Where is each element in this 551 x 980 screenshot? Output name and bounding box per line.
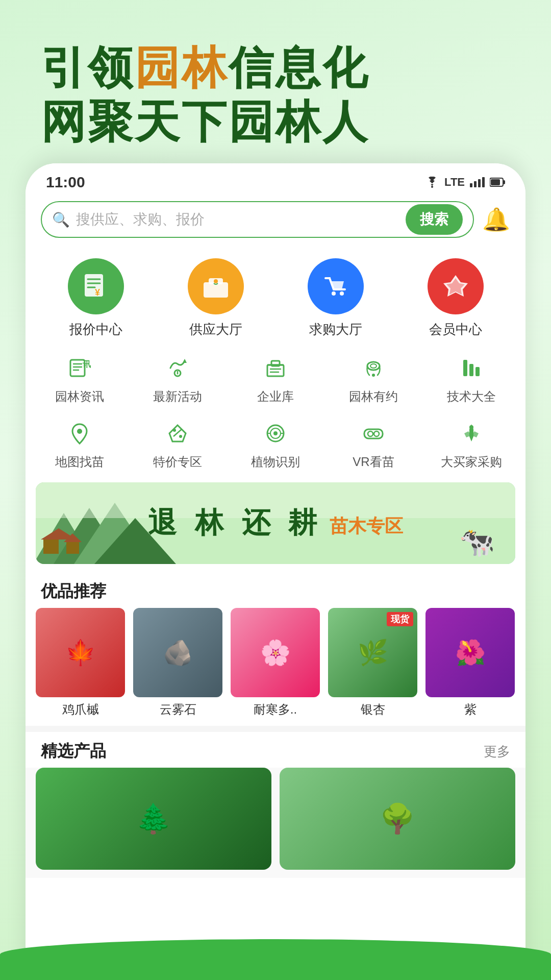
svg-point-36 [77, 429, 82, 434]
product-yinxing[interactable]: 🌿 现货 银杏 [328, 608, 417, 718]
gonying-label: 供应大厅 [189, 321, 242, 338]
qiyeku-icon [259, 352, 292, 384]
product-img-zi: 🌺 [425, 608, 515, 697]
ditu-label: 地图找苗 [55, 454, 104, 470]
tejia-icon [161, 417, 194, 450]
banner-cow-icon: 🐄 [459, 525, 495, 559]
subnav-damaijia[interactable]: 大买家采购 [425, 417, 517, 470]
svg-point-47 [374, 431, 379, 436]
subnav-jishu[interactable]: 技术大全 [425, 352, 517, 405]
svg-rect-33 [463, 360, 467, 376]
product-zi[interactable]: 🌺 紫 [425, 608, 515, 718]
subnav-huodong[interactable]: 最新活动 [132, 352, 223, 405]
qougou-icon [308, 258, 364, 314]
status-bar: 11:00 LTE [26, 163, 525, 196]
product-jizhua[interactable]: 🍁 鸡爪槭 [36, 608, 125, 718]
selected-header: 精选产品 更多 [26, 732, 525, 768]
bottom-wave [0, 939, 551, 980]
svg-point-39 [179, 435, 182, 438]
selected-product-2[interactable]: 🌳 [280, 768, 515, 870]
selected-product-1[interactable]: 🌲 [36, 768, 271, 870]
tejia-label: 特价专区 [153, 454, 202, 470]
svg-point-30 [367, 362, 380, 370]
product-img-yinxing: 🌿 现货 [328, 608, 417, 697]
selected-title: 精选产品 [41, 740, 106, 763]
subnav-zixun[interactable]: 讯 园林资讯 [34, 352, 126, 405]
svg-point-46 [368, 431, 373, 436]
nav-baojia[interactable]: ¥ 报价中心 [45, 258, 147, 338]
search-placeholder-text: 搜供应、求购、报价 [76, 210, 399, 229]
nav-gonying[interactable]: 供应大厅 [165, 258, 267, 338]
svg-rect-4 [85, 274, 103, 297]
lte-icon: LTE [444, 176, 465, 189]
gonying-icon [188, 258, 244, 314]
svg-point-37 [173, 429, 176, 432]
damaijia-label: 大买家采购 [441, 454, 502, 470]
hero-line2: 网聚天下园林人 [41, 95, 510, 149]
search-box: 🔍 搜供应、求购、报价 搜索 [41, 201, 474, 238]
svg-point-13 [340, 291, 344, 296]
nav-qougou[interactable]: 求购大厅 [285, 258, 387, 338]
product-label-zi: 紫 [464, 701, 477, 718]
status-icons: LTE [425, 176, 505, 189]
recommended-header: 优品推荐 [26, 572, 525, 608]
banner-main-text: 退 林 还 耕 [148, 506, 322, 538]
vr-label: VR看苗 [353, 454, 394, 470]
youyue-icon [357, 352, 390, 384]
product-img-jizhua: 🍁 [36, 608, 125, 697]
svg-point-24 [177, 373, 179, 375]
hero-section: 引领园林信息化 网聚天下园林人 [0, 0, 551, 169]
youyue-label: 园林有约 [349, 388, 398, 405]
qiyeku-label: 企业库 [257, 388, 294, 405]
svg-rect-2 [503, 180, 505, 184]
product-naihan[interactable]: 🌸 耐寒多.. [231, 608, 320, 718]
selected-products: 🌲 🌳 [26, 768, 525, 878]
section-divider [26, 726, 525, 732]
svg-point-12 [332, 291, 336, 296]
product-yunwu[interactable]: 🪨 云雾石 [133, 608, 222, 718]
signal-bars-icon [470, 177, 485, 187]
hero-text-highlight: 园林 [135, 42, 229, 93]
jishu-label: 技术大全 [447, 388, 496, 405]
product-img-naihan: 🌸 [231, 608, 320, 697]
baojia-icon: ¥ [68, 258, 124, 314]
svg-point-31 [370, 364, 377, 368]
subnav-qiyeku[interactable]: 企业库 [230, 352, 321, 405]
subnav-youyue[interactable]: 园林有约 [328, 352, 419, 405]
banner-text-wrap: 退 林 还 耕 苗木专区 [148, 504, 403, 543]
subnav-vr[interactable]: VR看苗 [328, 417, 419, 470]
svg-rect-56 [43, 538, 59, 554]
baojia-label: 报价中心 [69, 321, 122, 338]
hero-text-part2: 信息化 [229, 42, 369, 93]
battery-icon [490, 177, 505, 187]
svg-rect-35 [475, 367, 480, 376]
banner[interactable]: 🐄 退 林 还 耕 苗木专区 [36, 482, 515, 564]
svg-point-42 [273, 431, 278, 435]
hero-line1: 引领园林信息化 [41, 41, 510, 95]
svg-text:¥: ¥ [95, 287, 100, 298]
svg-point-49 [469, 425, 473, 429]
status-time: 11:00 [46, 174, 85, 191]
phone-mockup: 11:00 LTE [26, 163, 525, 980]
hero-text-part1: 引领 [41, 42, 135, 93]
notification-bell-icon[interactable]: 🔔 [482, 206, 510, 233]
product-label-jizhua: 鸡爪槭 [62, 701, 99, 718]
product-label-yinxing: 银杏 [361, 701, 385, 718]
huodong-icon [161, 352, 194, 384]
main-nav: ¥ 报价中心 供应大厅 [26, 248, 525, 344]
subnav-tejia[interactable]: 特价专区 [132, 417, 223, 470]
subnav-zhiwu[interactable]: 植物识别 [230, 417, 321, 470]
sub-nav-2: 地图找苗 特价专区 [26, 409, 525, 474]
huiyuan-icon [428, 258, 484, 314]
huodong-label: 最新活动 [153, 388, 202, 405]
svg-rect-58 [66, 541, 79, 554]
svg-point-0 [431, 186, 433, 188]
search-button[interactable]: 搜索 [406, 204, 463, 235]
zhiwu-label: 植物识别 [251, 454, 300, 470]
product-label-naihan: 耐寒多.. [254, 701, 297, 718]
subnav-ditu[interactable]: 地图找苗 [34, 417, 126, 470]
damaijia-icon [455, 417, 488, 450]
jishu-icon [455, 352, 488, 384]
selected-more[interactable]: 更多 [484, 743, 510, 761]
nav-huiyuan[interactable]: 会员中心 [405, 258, 507, 338]
